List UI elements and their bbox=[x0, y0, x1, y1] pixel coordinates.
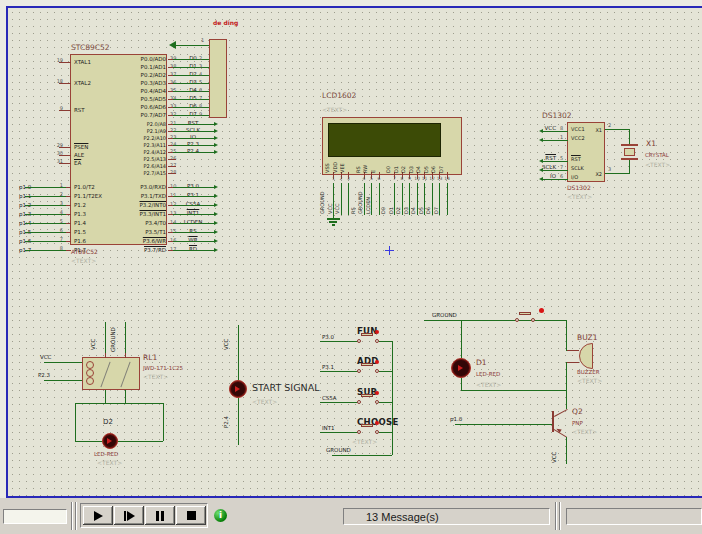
info-icon[interactable] bbox=[214, 509, 227, 522]
wire bbox=[238, 325, 239, 380]
schematic-canvas[interactable]: de ding STC89C52 AT89C52 <TEXT> 19 XTAL1… bbox=[0, 0, 702, 498]
relay-body[interactable] bbox=[82, 357, 140, 390]
connector-pin-number: 6 bbox=[199, 87, 202, 93]
pin-name: P0.4/AD4 bbox=[71, 88, 166, 94]
rtc-placeholder: <TEXT> bbox=[567, 193, 592, 200]
canvas-border-left bbox=[6, 6, 8, 498]
pin-name: D7 bbox=[438, 166, 445, 173]
pin-name: P3.7/RD bbox=[71, 247, 166, 253]
pin-name: P3.4/T0 bbox=[71, 220, 166, 226]
stop-icon bbox=[187, 511, 196, 520]
net-label: RD bbox=[175, 246, 211, 252]
pin-name: SCLK bbox=[571, 165, 584, 171]
wire bbox=[629, 160, 630, 173]
net-label: LCDEN bbox=[365, 197, 372, 214]
net-label: D2 bbox=[395, 207, 402, 214]
key-actuator-dot[interactable] bbox=[375, 330, 379, 334]
pin-number: 26 bbox=[170, 155, 176, 161]
connector-pin-number: 3 bbox=[199, 63, 202, 69]
key-button[interactable] bbox=[361, 363, 373, 366]
pin-number: 6 bbox=[45, 227, 63, 233]
led-d2[interactable] bbox=[102, 433, 118, 449]
step-button[interactable] bbox=[114, 506, 144, 525]
led-d2-ref: D2 bbox=[103, 419, 113, 426]
wire bbox=[379, 402, 392, 403]
net-label: SCLK bbox=[175, 127, 211, 133]
wire bbox=[168, 124, 214, 125]
wire bbox=[75, 441, 163, 442]
pin-name: P0.3/AD3 bbox=[71, 80, 166, 86]
stop-button[interactable] bbox=[176, 506, 206, 525]
net-label: D6 bbox=[425, 207, 432, 214]
wire bbox=[320, 432, 358, 433]
key-actuator-dot[interactable] bbox=[375, 421, 379, 425]
pin-name: P3.3/INT1 bbox=[71, 211, 166, 217]
wire bbox=[75, 403, 76, 441]
pin-number: 4 bbox=[45, 209, 63, 215]
pin-name: D3 bbox=[408, 166, 415, 173]
net-label: D7 bbox=[433, 207, 440, 214]
status-message-panel[interactable]: 13 Message(s) bbox=[343, 508, 550, 525]
bus-connector-body[interactable] bbox=[209, 39, 227, 118]
wire bbox=[176, 45, 209, 46]
rtc-part: DS1302 bbox=[567, 185, 591, 191]
play-button[interactable] bbox=[83, 506, 113, 525]
wire-arrow bbox=[214, 230, 218, 234]
connector-pin-number: 8 bbox=[199, 103, 202, 109]
mcu-body[interactable]: STC89C52 AT89C52 <TEXT> 19 XTAL1 18 XTAL… bbox=[70, 54, 167, 245]
bottom-chrome: 13 Message(s) bbox=[0, 498, 702, 534]
key-actuator-dot[interactable] bbox=[375, 391, 379, 395]
pin-name: P0.5/AD5 bbox=[71, 96, 166, 102]
connector-pin-number: 7 bbox=[199, 95, 202, 101]
net-label: WR bbox=[175, 237, 211, 243]
pin-name: RW bbox=[362, 165, 369, 173]
key-button[interactable] bbox=[361, 424, 373, 427]
wire bbox=[44, 362, 82, 363]
wire bbox=[605, 173, 630, 174]
pin-name: P0.6/AD6 bbox=[71, 104, 166, 110]
key-terminal bbox=[357, 339, 361, 343]
wire bbox=[168, 83, 210, 84]
net-label: GROUND bbox=[110, 327, 117, 352]
net-label: VCC bbox=[223, 339, 230, 350]
pin-name: VSS bbox=[324, 163, 331, 173]
start-led[interactable] bbox=[229, 380, 247, 398]
net-label: VCC bbox=[90, 339, 97, 350]
pin-name: VDD bbox=[332, 162, 339, 173]
relay-placeholder: <TEXT> bbox=[143, 373, 168, 380]
lcd-pins: VSS 1 GROUND VDD 2 VCC VEE 3 VCC RS bbox=[326, 130, 451, 218]
step-icon bbox=[124, 511, 135, 521]
net-label: GROUND bbox=[432, 312, 457, 319]
key-actuator-dot[interactable] bbox=[539, 308, 544, 313]
key-terminal bbox=[515, 318, 519, 322]
buzzer-ref: BUZ1 bbox=[577, 334, 597, 342]
net-label: LCDEN bbox=[175, 219, 211, 225]
ground-symbol bbox=[327, 218, 340, 220]
wire bbox=[168, 67, 210, 68]
pin-name: VCC1 bbox=[571, 126, 585, 132]
led-d1[interactable] bbox=[451, 358, 471, 378]
wire bbox=[320, 371, 358, 372]
diode-symbol bbox=[235, 386, 240, 392]
net-label: D0 bbox=[380, 207, 387, 214]
net-label: INT1 bbox=[322, 425, 335, 431]
mcu-p0-pins: P0.0/AD0 39 D0 2 P0.1/AD1 38 D1 3 P0.2/A… bbox=[71, 56, 321, 120]
pin-name: D1 bbox=[393, 166, 400, 173]
crystal-placeholder: <TEXT> bbox=[645, 161, 670, 168]
wire bbox=[168, 196, 214, 197]
key-button[interactable] bbox=[519, 312, 531, 315]
pin-number: 8 bbox=[45, 245, 63, 251]
key-button[interactable] bbox=[361, 394, 373, 397]
wire bbox=[168, 205, 214, 206]
pin-number: 2 bbox=[608, 122, 611, 129]
key-button[interactable] bbox=[361, 333, 373, 336]
pin-number: 9 bbox=[45, 105, 63, 111]
net-label: IO bbox=[175, 134, 211, 140]
rtc-body[interactable]: X1 X2 VCC 8 VCC1 1 VCC2 bbox=[567, 122, 605, 182]
pin-number: 18 bbox=[45, 78, 63, 84]
start-signal-label: START SIGNAL bbox=[252, 382, 319, 393]
crystal-body[interactable] bbox=[624, 148, 635, 156]
wire bbox=[348, 183, 349, 215]
wire-arrow bbox=[214, 143, 218, 147]
pause-button[interactable] bbox=[145, 506, 175, 525]
